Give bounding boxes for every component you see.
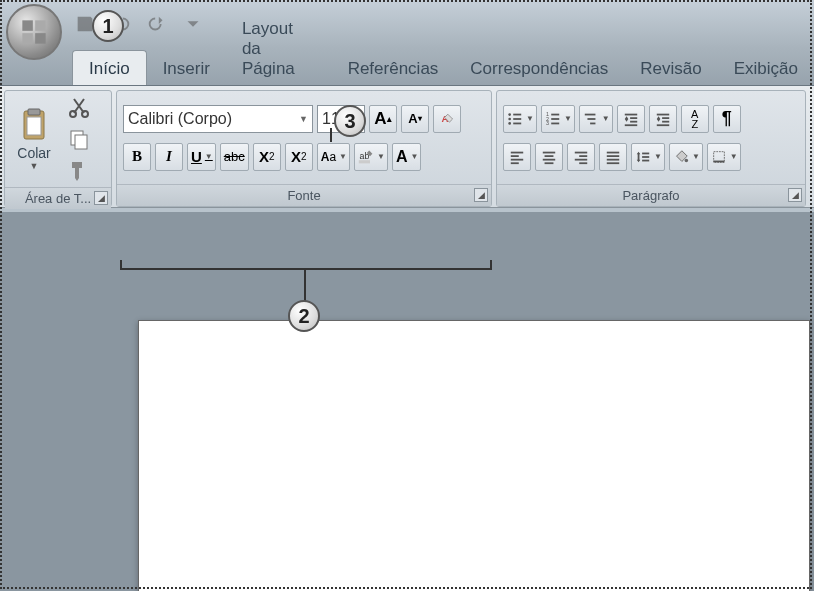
- dialog-launcher-paragraph[interactable]: ◢: [788, 188, 802, 202]
- svg-rect-32: [625, 124, 637, 126]
- align-center-icon: [541, 149, 557, 165]
- svg-point-16: [508, 117, 511, 120]
- chevron-down-icon[interactable]: ▼: [692, 152, 700, 161]
- chevron-down-icon[interactable]: ▼: [293, 114, 308, 124]
- align-center-button[interactable]: [535, 143, 563, 171]
- svg-rect-15: [513, 113, 521, 115]
- callout-1: 1: [92, 10, 124, 42]
- office-button[interactable]: [6, 4, 62, 60]
- svg-rect-59: [714, 160, 725, 162]
- chevron-down-icon[interactable]: ▼: [526, 114, 534, 123]
- numbering-icon: 123: [545, 111, 561, 127]
- format-painter-button[interactable]: [67, 159, 91, 183]
- group-clipboard: Colar ▼ Área de T... ◢: [4, 90, 112, 207]
- highlight-button[interactable]: ab ▼: [354, 143, 388, 171]
- tab-revisao[interactable]: Revisão: [624, 51, 717, 85]
- group-label-font: Fonte ◢: [117, 184, 491, 206]
- chevron-down-icon[interactable]: ▼: [339, 152, 347, 161]
- font-name-combo[interactable]: Calibri (Corpo) ▼: [123, 105, 313, 133]
- group-label-clipboard: Área de T... ◢: [5, 187, 111, 209]
- clear-formatting-button[interactable]: A: [433, 105, 461, 133]
- align-left-icon: [509, 149, 525, 165]
- document-page[interactable]: [138, 320, 810, 591]
- strike-button[interactable]: abc: [220, 143, 249, 171]
- justify-button[interactable]: [599, 143, 627, 171]
- tab-inicio[interactable]: Início: [72, 50, 147, 85]
- svg-text:3: 3: [546, 120, 549, 126]
- superscript-button[interactable]: X2: [285, 143, 313, 171]
- change-case-button[interactable]: Aa▼: [317, 143, 350, 171]
- svg-rect-23: [551, 118, 559, 120]
- ribbon-tabs: Início Inserir Layout da Página Referênc…: [0, 48, 814, 86]
- group-font: Calibri (Corpo) ▼ 11 ▼ A▴ A▾ A: [116, 90, 492, 207]
- redo-icon[interactable]: [146, 13, 168, 35]
- highlight-icon: ab: [358, 149, 374, 165]
- borders-icon: [711, 149, 727, 165]
- cut-button[interactable]: [67, 95, 91, 119]
- tab-referencias[interactable]: Referências: [332, 51, 455, 85]
- svg-point-57: [684, 158, 688, 162]
- decrease-indent-button[interactable]: [617, 105, 645, 133]
- svg-rect-5: [28, 109, 40, 115]
- paste-icon: [18, 107, 50, 143]
- svg-rect-39: [511, 158, 523, 160]
- svg-rect-51: [607, 158, 619, 160]
- svg-rect-25: [551, 122, 559, 124]
- multilevel-button[interactable]: ▼: [579, 105, 613, 133]
- italic-button[interactable]: I: [155, 143, 183, 171]
- borders-button[interactable]: ▼: [707, 143, 741, 171]
- svg-rect-52: [607, 162, 619, 164]
- increase-indent-button[interactable]: [649, 105, 677, 133]
- chevron-down-icon[interactable]: ▼: [411, 152, 419, 161]
- svg-rect-40: [511, 162, 519, 164]
- shrink-font-button[interactable]: A▾: [401, 105, 429, 133]
- tab-layout[interactable]: Layout da Página: [226, 11, 332, 85]
- align-right-button[interactable]: [567, 143, 595, 171]
- svg-rect-35: [662, 120, 669, 122]
- bullets-button[interactable]: ▼: [503, 105, 537, 133]
- sort-button[interactable]: AZ: [681, 105, 709, 133]
- group-label-paragraph: Parágrafo ◢: [497, 184, 805, 206]
- svg-point-8: [82, 111, 88, 117]
- tab-correspondencias[interactable]: Correspondências: [454, 51, 624, 85]
- svg-rect-0: [22, 20, 32, 30]
- paste-button[interactable]: Colar ▼: [11, 103, 57, 175]
- chevron-down-icon[interactable]: ▼: [654, 152, 662, 161]
- shading-button[interactable]: ▼: [669, 143, 703, 171]
- font-color-button[interactable]: A ▼: [392, 143, 421, 171]
- qat-dropdown-icon[interactable]: [182, 13, 204, 35]
- copy-button[interactable]: [67, 127, 91, 151]
- subscript-button[interactable]: X2: [253, 143, 281, 171]
- chevron-down-icon[interactable]: ▼: [377, 152, 385, 161]
- chevron-down-icon[interactable]: ▼: [564, 114, 572, 123]
- svg-rect-6: [27, 117, 41, 135]
- svg-rect-1: [35, 20, 45, 30]
- grow-font-button[interactable]: A▴: [369, 105, 397, 133]
- svg-rect-43: [543, 158, 555, 160]
- dialog-launcher-font[interactable]: ◢: [474, 188, 488, 202]
- svg-rect-53: [638, 153, 640, 160]
- svg-rect-45: [575, 151, 587, 153]
- align-left-button[interactable]: [503, 143, 531, 171]
- outdent-icon: [623, 111, 639, 127]
- line-spacing-icon: [635, 149, 651, 165]
- tab-inserir[interactable]: Inserir: [147, 51, 226, 85]
- numbering-button[interactable]: 123 ▼: [541, 105, 575, 133]
- svg-rect-3: [35, 33, 45, 43]
- underline-button[interactable]: U▼: [187, 143, 216, 171]
- tab-exibicao[interactable]: Exibição: [718, 51, 814, 85]
- scissors-icon: [67, 95, 91, 119]
- show-marks-button[interactable]: ¶: [713, 105, 741, 133]
- svg-rect-21: [551, 113, 559, 115]
- svg-rect-13: [359, 160, 370, 163]
- dialog-launcher-clipboard[interactable]: ◢: [94, 191, 108, 205]
- bold-button[interactable]: B: [123, 143, 151, 171]
- chevron-down-icon[interactable]: ▼: [730, 152, 738, 161]
- svg-rect-31: [630, 120, 637, 122]
- chevron-down-icon[interactable]: ▼: [205, 152, 213, 161]
- font-name-value: Calibri (Corpo): [128, 110, 232, 128]
- svg-rect-37: [511, 151, 523, 153]
- line-spacing-button[interactable]: ▼: [631, 143, 665, 171]
- chevron-down-icon[interactable]: ▼: [602, 114, 610, 123]
- svg-rect-42: [545, 155, 554, 157]
